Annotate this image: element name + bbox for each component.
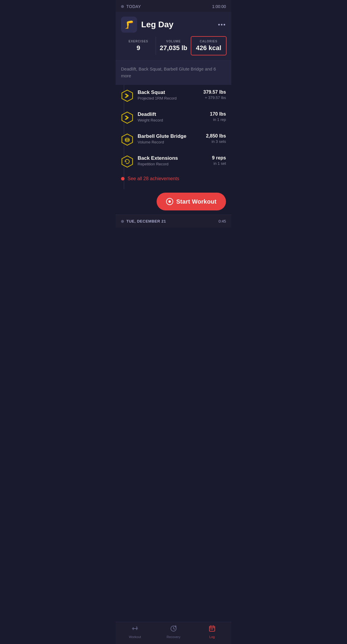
achievement-content: Back Squat Projected 1RM Record [138,90,199,100]
achievement-name: Deadlift [138,111,206,117]
timeline: Back Squat Projected 1RM Record 379.57 l… [116,85,231,189]
achievement-name: Back Extensions [138,155,208,161]
achievement-stats: 2,850 lbs in 3 sets [206,133,226,144]
achievement-item: Barbell Glute Bridge Volume Record 2,850… [116,129,231,151]
achievement-content: Back Extensions Repetition Record [138,155,208,166]
workout-header: 🦵 Leg Day ••• [121,17,226,33]
next-workout-left: TUE, DECEMBER 21 [121,219,166,223]
today-label: TODAY [126,4,141,9]
achievement-type: Projected 1RM Record [138,96,199,100]
workout-title-row: 🦵 Leg Day [121,17,174,33]
next-workout-label: TUE, DECEMBER 21 [126,219,166,223]
workout-name: Leg Day [141,20,174,29]
achievement-content: Barbell Glute Bridge Volume Record [138,133,202,144]
achievement-value: 170 lbs [210,111,226,117]
calories-label: CALORIES [194,40,224,43]
calories-value: 426 kcal [194,44,224,52]
achievement-value: 9 reps [212,155,226,161]
achievement-type: Repetition Record [138,162,208,166]
calories-stat[interactable]: CALORIES 426 kcal [191,36,227,55]
see-all-link[interactable]: See all 28 achievements [128,176,179,181]
next-dot-icon [121,220,124,223]
next-workout-preview: TUE, DECEMBER 21 0:45 [116,215,231,228]
achievement-icon [121,90,133,102]
volume-stat: VOLUME 27,035 lb [156,37,191,55]
more-button[interactable]: ••• [218,21,226,28]
start-workout-label: Start Workout [176,198,217,205]
workout-card: 🦵 Leg Day ••• EXERCISES 9 VOLUME 27,035 … [116,12,231,60]
achievement-sub: in 1 rep [210,117,226,122]
achievement-item: Back Extensions Repetition Record 9 reps… [116,151,231,172]
achievement-name: Back Squat [138,90,199,95]
volume-label: VOLUME [158,40,188,43]
achievement-icon [121,111,133,124]
achievement-icon [121,155,133,168]
header: TODAY 1:00:00 [116,0,231,12]
achievement-item: Back Squat Projected 1RM Record 379.57 l… [116,85,231,107]
exercise-desc-text: Deadlift, Back Squat, Barbell Glute Brid… [121,66,216,78]
achievement-icon [121,133,133,146]
next-workout-time: 0:45 [219,219,226,223]
svg-marker-7 [122,156,133,167]
achievements-list: Back Squat Projected 1RM Record 379.57 l… [116,85,231,172]
see-all-dot-icon [121,177,125,180]
achievement-sub: in 3 sets [206,139,226,144]
start-workout-container: Start Workout [116,189,231,215]
start-icon [166,198,173,205]
achievement-name: Barbell Glute Bridge [138,133,202,139]
exercises-label: EXERCISES [123,40,153,43]
achievement-value: 2,850 lbs [206,133,226,139]
see-all-row[interactable]: See all 28 achievements [116,172,231,186]
header-dot-icon [121,5,124,8]
stats-row: EXERCISES 9 VOLUME 27,035 lb CALORIES 42… [121,37,226,55]
volume-value: 27,035 lb [158,44,188,52]
achievement-type: Volume Record [138,140,202,144]
achievement-stats: 379.57 lbs + 379.57 lbs [203,90,226,100]
header-left: TODAY [121,4,141,9]
start-workout-button[interactable]: Start Workout [157,193,226,210]
achievement-item: Deadlift Weight Record 170 lbs in 1 rep [116,107,231,129]
exercises-stat: EXERCISES 9 [121,37,156,55]
achievement-value: 379.57 lbs [203,90,226,95]
achievement-stats: 9 reps in 1 set [212,155,226,166]
header-time: 1:00:00 [212,4,226,9]
achievement-content: Deadlift Weight Record [138,111,206,122]
exercises-value: 9 [123,44,153,52]
start-icon-inner [168,200,171,203]
achievement-stats: 170 lbs in 1 rep [210,111,226,122]
achievement-sub: + 379.57 lbs [203,95,226,100]
exercise-description: Deadlift, Back Squat, Barbell Glute Brid… [116,60,231,85]
achievement-type: Weight Record [138,118,206,122]
workout-icon: 🦵 [121,17,137,33]
achievement-sub: in 1 set [212,161,226,166]
